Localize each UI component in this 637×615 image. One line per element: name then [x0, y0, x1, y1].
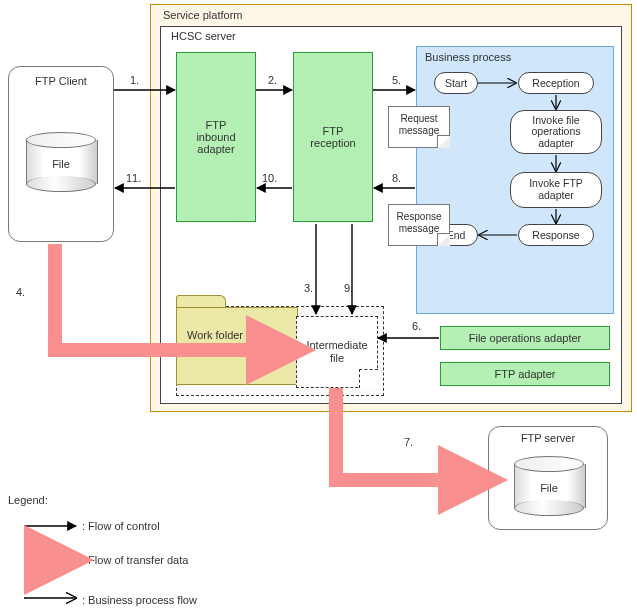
response-message-label: Response message — [389, 211, 449, 234]
bp-invoke-ftp-label: Invoke FTP adapter — [529, 178, 583, 201]
step-1-label: 1. — [130, 74, 139, 86]
bp-response-node: Response — [518, 224, 594, 246]
ftp-adapter-label: FTP adapter — [495, 368, 556, 380]
bp-invoke-ftp-node: Invoke FTP adapter — [510, 172, 602, 208]
legend-bp-label: : Business process flow — [82, 594, 197, 606]
ftp-inbound-adapter-label: FTP inbound adapter — [196, 119, 235, 155]
step-5-label: 5. — [392, 74, 401, 86]
business-process-title: Business process — [417, 47, 613, 63]
ftp-server-file-label: File — [514, 482, 584, 494]
legend-control-label: : Flow of control — [82, 520, 160, 532]
ftp-server-title: FTP server — [489, 427, 607, 444]
intermediate-file-node: Intermediate file — [296, 316, 378, 388]
step-3-label: 3. — [304, 282, 313, 294]
legend-transfer-label: : Flow of transfer data — [82, 554, 188, 566]
step-11-label: 11. — [126, 172, 141, 184]
bp-invoke-file-label: Invoke file operations adapter — [531, 115, 580, 150]
bp-response-label: Response — [532, 229, 579, 241]
ftp-reception-node: FTP reception — [293, 52, 373, 222]
hcsc-server-label: HCSC server — [161, 27, 621, 42]
step-8-label: 8. — [392, 172, 401, 184]
work-folder-label: Work folder — [187, 329, 243, 341]
response-message-doc: Response message — [388, 204, 450, 246]
step-9-label: 9. — [344, 282, 353, 294]
file-operations-adapter-label: File operations adapter — [469, 332, 582, 344]
legend-heading: Legend: — [8, 494, 48, 506]
step-6-label: 6. — [412, 320, 421, 332]
bp-reception-node: Reception — [518, 72, 594, 94]
step-2-label: 2. — [268, 74, 277, 86]
step-4-label: 4. — [16, 286, 25, 298]
bp-start-label: Start — [445, 77, 467, 89]
ftp-client-title: FTP Client — [9, 67, 113, 87]
step-7-label: 7. — [404, 436, 413, 448]
file-operations-adapter-node: File operations adapter — [440, 326, 610, 350]
intermediate-file-label: Intermediate file — [297, 339, 377, 364]
bp-reception-label: Reception — [532, 77, 579, 89]
legend-block: Legend: — [8, 494, 48, 506]
request-message-label: Request message — [389, 113, 449, 136]
ftp-inbound-adapter-node: FTP inbound adapter — [176, 52, 256, 222]
ftp-server-file-cylinder: File — [514, 456, 584, 516]
bp-start-node: Start — [434, 72, 478, 94]
request-message-doc: Request message — [388, 106, 450, 148]
ftp-adapter-node: FTP adapter — [440, 362, 610, 386]
ftp-reception-label: FTP reception — [310, 125, 355, 149]
ftp-client-file-label: File — [26, 158, 96, 170]
ftp-client-file-cylinder: File — [26, 132, 96, 192]
bp-invoke-file-node: Invoke file operations adapter — [510, 110, 602, 154]
service-platform-label: Service platform — [151, 5, 631, 21]
diagram-canvas: { "frames": { "service_platform": "Servi… — [0, 0, 637, 615]
step-10-label: 10. — [262, 172, 277, 184]
